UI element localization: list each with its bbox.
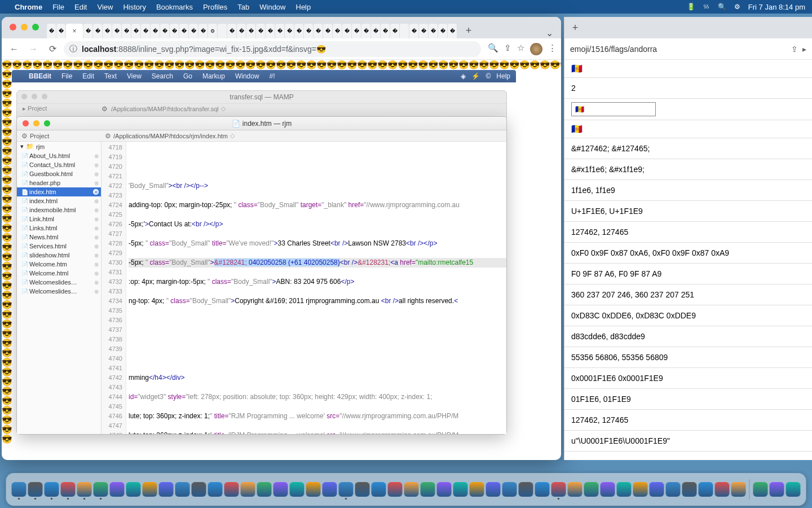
browser-tab[interactable]: � [141, 24, 150, 38]
dock-app[interactable] [404, 482, 419, 497]
close-file-icon[interactable]: ⊗ [94, 234, 99, 240]
dock-app[interactable] [12, 482, 27, 497]
browser-tab[interactable]: � [381, 24, 390, 38]
browser-tab[interactable]: � [409, 24, 418, 38]
code-line[interactable] [129, 354, 506, 364]
dock-app[interactable] [486, 482, 501, 497]
code-line[interactable] [129, 172, 506, 181]
close-file-icon[interactable]: ⊗ [94, 162, 99, 168]
browser-tab[interactable]: � [429, 24, 438, 38]
minimize-button[interactable] [21, 24, 28, 30]
close-file-icon[interactable]: ⊗ [94, 207, 99, 213]
dock-app[interactable] [666, 482, 681, 497]
dropdown-icon[interactable]: ◇ [221, 105, 226, 112]
browser-tab[interactable]: � [198, 24, 208, 38]
close-file-icon[interactable]: ⊗ [94, 288, 99, 295]
browser-tab[interactable]: ️ [400, 24, 409, 38]
browser-tab[interactable]: � [352, 24, 361, 38]
close-button[interactable] [10, 24, 16, 30]
browser-tab[interactable]: � [160, 24, 169, 38]
sidebar-file[interactable]: 📄News.html⊗ [17, 233, 101, 242]
close-file-icon[interactable]: ⊗ [93, 189, 99, 195]
control-center-icon[interactable]: ⚙ [734, 3, 740, 11]
chrome-menu-icon[interactable]: ⋮ [548, 43, 557, 55]
close-file-icon[interactable]: ⊗ [94, 180, 99, 186]
reload-button[interactable]: ⟳ [45, 41, 60, 57]
code-line[interactable] [129, 335, 506, 344]
dock-app[interactable] [126, 482, 141, 497]
dock-app[interactable] [453, 482, 468, 497]
sidebar-file[interactable]: 📄Contact_Us.html⊗ [17, 160, 101, 169]
sidebar-file[interactable]: 📄Welcomeslides…⊗ [17, 287, 101, 296]
sidebar-file[interactable]: 📄Welcome.htm⊗ [17, 260, 101, 269]
browser-tab[interactable]: � [419, 24, 428, 38]
sidebar-file[interactable]: 📄index.html⊗ [17, 196, 101, 205]
profile-avatar[interactable] [530, 43, 542, 55]
path-dropdown-icon[interactable]: ◇ [230, 132, 235, 139]
browser-tab[interactable]: � [448, 24, 457, 38]
secondary-url[interactable]: emoji/1516/flags/andorra [570, 45, 657, 54]
browser-tab[interactable]: � [371, 24, 380, 38]
zoom-icon[interactable]: 🔍 [488, 43, 498, 55]
forward-button[interactable]: → [25, 41, 41, 57]
browser-tab[interactable]: � [112, 24, 121, 38]
bbedit-menu-view[interactable]: View [127, 72, 142, 80]
dock-app[interactable] [584, 482, 599, 497]
browser-tab[interactable]: � [83, 24, 92, 38]
menu-bookmarks[interactable]: Bookmarks [156, 3, 193, 11]
dock-app[interactable] [770, 482, 784, 497]
code-line[interactable] [129, 191, 506, 200]
sidebar-file[interactable]: 📄slideshow.html⊗ [17, 251, 101, 260]
close-file-icon[interactable]: ⊗ [94, 261, 99, 268]
code-line[interactable]: id="widget3" style="left: 278px; positio… [129, 392, 506, 402]
browser-tab[interactable]: � [131, 24, 140, 38]
code-area[interactable]: 'Body_Small"><br /></p--> adding-top: 0p… [126, 142, 506, 434]
code-line[interactable] [129, 421, 506, 431]
menu-view[interactable]: View [97, 3, 113, 11]
bbedit-menu-markup[interactable]: Markup [202, 72, 225, 80]
browser-tab[interactable]: � [333, 24, 342, 38]
sidebar-file[interactable]: 📄index.htm⊗ [17, 187, 101, 196]
bbedit-menu-shebang[interactable]: #! [270, 72, 275, 80]
flag-input[interactable] [571, 102, 656, 116]
browser-tab[interactable]: � [122, 24, 131, 38]
dock-app[interactable] [786, 482, 801, 497]
menu-help[interactable]: Help [296, 3, 311, 11]
address-bar[interactable]: ⓘ localhost:8888/inline_svg.php?image=wi… [64, 41, 481, 57]
code-line[interactable] [129, 248, 506, 258]
dock-app[interactable] [61, 482, 76, 497]
code-line[interactable]: mming</h4></div> [129, 373, 506, 383]
code-line[interactable]: :op: 4px; margin-top:-5px; " class="Body… [129, 277, 506, 287]
browser-tab[interactable]: � [256, 24, 265, 38]
spotlight-icon[interactable]: 🔍 [718, 3, 726, 11]
proj-close-button[interactable] [23, 120, 29, 126]
sidebar-file[interactable]: 📄Guestbook.html⊗ [17, 169, 101, 178]
proj-zoom-button[interactable] [44, 120, 50, 126]
browser-tab[interactable]: � [103, 24, 112, 38]
menu-edit[interactable]: Edit [74, 3, 87, 11]
dock-app[interactable] [323, 482, 337, 497]
close-file-icon[interactable]: ⊗ [94, 198, 99, 204]
proj-minimize-button[interactable] [33, 120, 39, 126]
code-line[interactable]: lute; top: 360px; z-index: 1;" title="RJ… [129, 411, 506, 421]
browser-tab[interactable]: � [304, 24, 313, 38]
share-icon[interactable]: ⇪ [791, 45, 798, 54]
bookmark-icon[interactable]: ☆ [517, 43, 524, 55]
dock-app[interactable] [388, 482, 403, 497]
wifi-icon[interactable]: ᯾ [703, 3, 710, 11]
dock-app[interactable] [339, 482, 354, 497]
site-info-icon[interactable]: ⓘ [69, 44, 77, 54]
code-line[interactable] [129, 306, 506, 316]
dock-app[interactable] [77, 482, 92, 497]
code-line[interactable] [129, 152, 506, 162]
dock-app[interactable] [257, 482, 272, 497]
dock-app[interactable] [682, 482, 697, 497]
browser-tab[interactable]: � [47, 24, 56, 38]
dock-app[interactable] [175, 482, 190, 497]
code-line[interactable] [129, 364, 506, 373]
browser-tab[interactable]: � [342, 24, 351, 38]
browser-tab[interactable]: � [323, 24, 332, 38]
bbedit-menu-go[interactable]: Go [183, 72, 192, 80]
menu-tab[interactable]: Tab [237, 3, 249, 11]
dock-app[interactable] [143, 482, 157, 497]
